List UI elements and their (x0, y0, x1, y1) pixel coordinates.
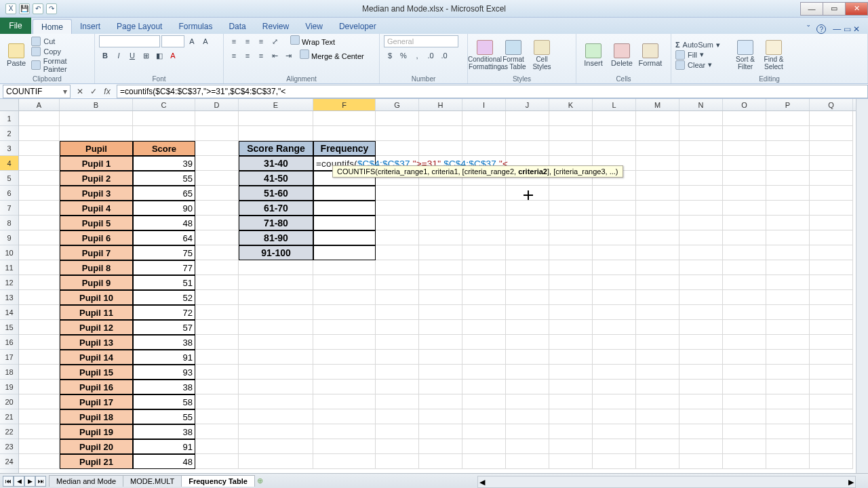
cell-H12[interactable] (419, 275, 462, 290)
column-header-M[interactable]: M (636, 99, 679, 110)
cell-Q14[interactable] (810, 305, 853, 320)
cell-F11[interactable] (313, 260, 376, 275)
cell-O13[interactable] (723, 290, 766, 305)
cell-E18[interactable] (239, 365, 313, 380)
cell-A23[interactable] (19, 439, 60, 454)
cell-G14[interactable] (376, 305, 419, 320)
cell-A1[interactable] (19, 111, 60, 126)
cell-I9[interactable] (462, 230, 506, 245)
cell-O14[interactable] (723, 305, 766, 320)
score-range-cell[interactable]: 31-40 (239, 156, 313, 171)
cell-L9[interactable] (593, 230, 636, 245)
cell-G9[interactable] (376, 230, 419, 245)
cell-L24[interactable] (593, 454, 636, 469)
row-header-21[interactable]: 21 (0, 409, 18, 424)
cell-G19[interactable] (376, 380, 419, 394)
score-cell[interactable]: 39 (133, 156, 195, 171)
cell-A15[interactable] (19, 320, 60, 335)
paste-button[interactable]: Paste (4, 43, 28, 67)
column-header-K[interactable]: K (549, 99, 593, 110)
cell-H11[interactable] (419, 260, 462, 275)
increase-font-icon[interactable]: A (186, 35, 198, 47)
cell-A12[interactable] (19, 275, 60, 290)
minimize-ribbon-icon[interactable]: ˇ (807, 24, 810, 34)
cell-L15[interactable] (593, 320, 636, 335)
cell-I24[interactable] (462, 454, 506, 469)
cell-F24[interactable] (313, 454, 376, 469)
cell-H2[interactable] (419, 126, 462, 141)
cell-H14[interactable] (419, 305, 462, 320)
new-sheet-icon[interactable]: ⊕ (257, 476, 263, 485)
score-cell[interactable]: 55 (133, 171, 195, 186)
cell-P16[interactable] (766, 335, 810, 350)
cell-E1[interactable] (239, 111, 313, 126)
cell-A13[interactable] (19, 290, 60, 305)
align-right-icon[interactable]: ≡ (255, 49, 267, 62)
cell-L1[interactable] (593, 111, 636, 126)
tab-nav-prev-icon[interactable]: ◀ (14, 476, 24, 487)
cell-N8[interactable] (679, 216, 723, 230)
pupil-name-cell[interactable]: Pupil 13 (60, 335, 133, 350)
cell-D24[interactable] (195, 454, 239, 469)
score-cell[interactable]: 55 (133, 409, 195, 424)
score-range-cell[interactable]: 71-80 (239, 216, 313, 230)
cell-M13[interactable] (636, 290, 679, 305)
clear-button[interactable]: Clear ▾ (675, 60, 730, 70)
cell-J7[interactable] (506, 201, 549, 216)
pupil-name-cell[interactable]: Pupil 8 (60, 260, 133, 275)
row-header-10[interactable]: 10 (0, 245, 18, 260)
cell-A3[interactable] (19, 141, 60, 156)
cell-F12[interactable] (313, 275, 376, 290)
copy-button[interactable]: Copy (31, 47, 90, 56)
cell-I6[interactable] (462, 186, 506, 201)
cell-I20[interactable] (462, 394, 506, 409)
cell-P9[interactable] (766, 230, 810, 245)
cell-N13[interactable] (679, 290, 723, 305)
row-header-2[interactable]: 2 (0, 126, 18, 141)
tab-nav-first-icon[interactable]: ⏮ (3, 476, 14, 487)
cell-D19[interactable] (195, 380, 239, 394)
cell-K20[interactable] (549, 394, 593, 409)
cancel-formula-icon[interactable]: ✕ (75, 87, 85, 96)
merge-center-button[interactable]: Merge & Center (300, 49, 364, 62)
cell-N17[interactable] (679, 350, 723, 365)
row-header-14[interactable]: 14 (0, 305, 18, 320)
cell-N23[interactable] (679, 439, 723, 454)
sheet-tab-median-and-mode[interactable]: Median and Mode (49, 475, 123, 487)
wrap-text-button[interactable]: Wrap Text (290, 35, 335, 47)
cell-N2[interactable] (679, 126, 723, 141)
ribbon-tab-review[interactable]: Review (254, 19, 297, 34)
cell-E17[interactable] (239, 350, 313, 365)
cell-L6[interactable] (593, 186, 636, 201)
cell-M4[interactable] (636, 156, 679, 171)
cell-F18[interactable] (313, 365, 376, 380)
cell-Q18[interactable] (810, 365, 853, 380)
cell-Q19[interactable] (810, 380, 853, 394)
cell-L22[interactable] (593, 424, 636, 439)
decrease-font-icon[interactable]: A (199, 35, 212, 47)
score-cell[interactable]: 38 (133, 335, 195, 350)
row-header-24[interactable]: 24 (0, 454, 18, 469)
cell-A5[interactable] (19, 171, 60, 186)
cell-J17[interactable] (506, 350, 549, 365)
cell-O8[interactable] (723, 216, 766, 230)
cell-P20[interactable] (766, 394, 810, 409)
row-header-13[interactable]: 13 (0, 290, 18, 305)
font-color-button[interactable]: A (167, 49, 179, 62)
enter-formula-icon[interactable]: ✓ (88, 87, 99, 96)
cell-L13[interactable] (593, 290, 636, 305)
pupil-name-cell[interactable]: Pupil 15 (60, 365, 133, 380)
cell-M8[interactable] (636, 216, 679, 230)
cell-H10[interactable] (419, 245, 462, 260)
cell-M21[interactable] (636, 409, 679, 424)
cell-P23[interactable] (766, 439, 810, 454)
cell-G10[interactable] (376, 245, 419, 260)
underline-button[interactable]: U (126, 49, 138, 62)
cell-N15[interactable] (679, 320, 723, 335)
cell-Q8[interactable] (810, 216, 853, 230)
cell-H6[interactable] (419, 186, 462, 201)
cell-N19[interactable] (679, 380, 723, 394)
cell-F14[interactable] (313, 305, 376, 320)
cell-I19[interactable] (462, 380, 506, 394)
pupil-name-cell[interactable]: Pupil 3 (60, 186, 133, 201)
